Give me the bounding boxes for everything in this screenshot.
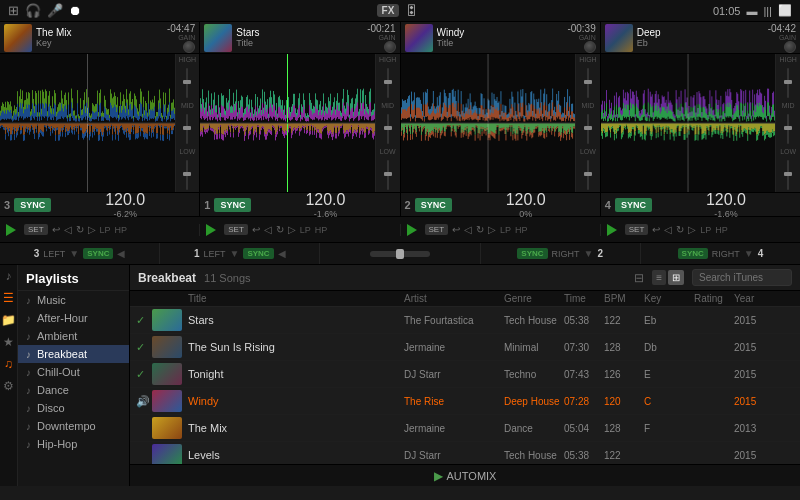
deck-2-back-icon[interactable]: ↩ [452,224,460,235]
table-row[interactable]: ✓ Stars The Fourtastica Tech House 05:38… [130,307,800,334]
sidebar-item-disco[interactable]: ♪ Disco [18,399,129,417]
battery-icon: ▬ [746,5,757,17]
mic-icon[interactable]: 🎤 [47,3,63,18]
table-row-playing[interactable]: 🔊 Windy The Rise Deep House 07:28 120 C … [130,388,800,415]
sidebar-item-dance[interactable]: ♪ Dance [18,381,129,399]
filter-icon[interactable]: ⊟ [634,271,644,285]
star-icon[interactable]: ★ [3,335,14,349]
row-6-title: Levels [188,449,404,461]
sidebar-item-chill-out[interactable]: ♪ Chill-Out [18,363,129,381]
table-row[interactable]: ✓ The Sun Is Rising Jermaine Minimal 07:… [130,334,800,361]
deck-3-gain-knob[interactable] [183,41,195,53]
deck-4-next-icon[interactable]: ▷ [688,224,696,235]
deck-3-sync-btn[interactable]: SYNC [14,198,51,212]
col-key[interactable]: Key [644,293,694,304]
deck-2-loop-icon[interactable]: ↻ [476,224,484,235]
col-rating[interactable]: Rating [694,293,734,304]
table-row[interactable]: ✓ Tonight DJ Starr Techno 07:43 126 E 20… [130,361,800,388]
deck-2-sync-btn[interactable]: SYNC [415,198,452,212]
window-icon[interactable]: ⬜ [778,4,792,17]
sidebar-icon-bar: ♪ ☰ 📁 ★ ♫ ⚙ [0,265,18,486]
deck-3-cue-icon[interactable]: ◁ [64,224,72,235]
record-icon[interactable]: ⏺ [69,3,82,18]
deck-1-play-btn[interactable] [206,224,216,236]
deck-4-play-btn[interactable] [607,224,617,236]
sidebar-item-breakbeat[interactable]: ♪ Breakbeat [18,345,129,363]
fx-badge[interactable]: FX [377,4,400,17]
deck-3-low-slider[interactable] [186,160,188,190]
col-time[interactable]: Time [564,293,604,304]
channel-1-dir: LEFT [204,249,226,259]
folder-icon[interactable]: 📁 [1,313,16,327]
deck-1-loop-icon[interactable]: ↻ [276,224,284,235]
channel-4-sync[interactable]: SYNC [678,248,708,259]
deck-1-cue-icon[interactable]: ◁ [264,224,272,235]
deck-3-set-btn[interactable]: SET [24,224,48,235]
list-view-btn[interactable]: ≡ [652,270,666,285]
deck-3-offset: -6.2% [55,209,195,219]
deck-1-back-icon[interactable]: ↩ [252,224,260,235]
deck-1-time: -00:21 [367,23,395,34]
deck-4-low-slider[interactable] [787,160,789,190]
sidebar-item-ambient[interactable]: ♪ Ambient [18,327,129,345]
deck-1-high-slider[interactable] [387,68,389,98]
deck-2-play-btn[interactable] [407,224,417,236]
grid-view-btn[interactable]: ⊞ [668,270,684,285]
sidebar-item-hip-hop[interactable]: ♪ Hip-Hop [18,435,129,453]
deck-4-loop-icon[interactable]: ↻ [676,224,684,235]
deck-4-cue-icon[interactable]: ◁ [664,224,672,235]
col-title[interactable]: Title [188,293,404,304]
deck-1-gain-label: GAIN [378,34,395,41]
deck-2-set-btn[interactable]: SET [425,224,449,235]
deck-4-gain-knob[interactable] [784,41,796,53]
row-5-key: F [644,423,694,434]
sidebar-item-downtempo[interactable]: ♪ Downtempo [18,417,129,435]
deck-3-loop-icon[interactable]: ↻ [76,224,84,235]
col-genre[interactable]: Genre [504,293,564,304]
deck-2-mid-slider[interactable] [587,114,589,144]
deck-1-set-btn[interactable]: SET [224,224,248,235]
deck-2-high-slider[interactable] [587,68,589,98]
fx-secondary-icon[interactable]: 🎛 [405,3,418,18]
col-bpm[interactable]: BPM [604,293,644,304]
channel-1-sync[interactable]: SYNC [243,248,273,259]
search-input[interactable] [692,269,792,286]
channel-3-sync[interactable]: SYNC [83,248,113,259]
deck-4-mid-slider[interactable] [787,114,789,144]
library-icon[interactable]: ♪ [6,269,12,283]
col-artist[interactable]: Artist [404,293,504,304]
deck-1-next-icon[interactable]: ▷ [288,224,296,235]
deck-3-mid-slider[interactable] [186,114,188,144]
itunes-icon[interactable]: ♫ [4,357,13,371]
deck-4-high-slider[interactable] [787,68,789,98]
deck-4-set-btn[interactable]: SET [625,224,649,235]
deck-3-next-icon[interactable]: ▷ [88,224,96,235]
settings-icon[interactable]: ⚙ [3,379,14,393]
table-row[interactable]: The Mix Jermaine Dance 05:04 128 F 2013 [130,415,800,442]
deck-1-gain-knob[interactable] [384,41,396,53]
channel-2-sync[interactable]: SYNC [517,248,547,259]
deck-1-sync-btn[interactable]: SYNC [214,198,251,212]
grid-icon[interactable]: ⊞ [8,3,19,18]
deck-2-next-icon[interactable]: ▷ [488,224,496,235]
deck-2-gain-knob[interactable] [584,41,596,53]
deck-2-low-slider[interactable] [587,160,589,190]
deck-3-back-icon[interactable]: ↩ [52,224,60,235]
deck-3-play-btn[interactable] [6,224,16,236]
deck-4-sync-btn[interactable]: SYNC [615,198,652,212]
deck-4-back-icon[interactable]: ↩ [652,224,660,235]
sidebar-item-after-hour[interactable]: ♪ After-Hour [18,309,129,327]
deck-2-cue-icon[interactable]: ◁ [464,224,472,235]
deck-4-waveform [601,54,776,192]
deck-1-mid-slider[interactable] [387,114,389,144]
playlist-icon[interactable]: ☰ [3,291,14,305]
deck-3-high-slider[interactable] [186,68,188,98]
channel-1: 1 LEFT ▼ SYNC ◀ [160,243,320,264]
table-row[interactable]: Levels DJ Starr Tech House 05:38 122 201… [130,442,800,464]
crossfader[interactable] [370,251,430,257]
deck-1-low-slider[interactable] [387,160,389,190]
automix-button[interactable]: ▶ AUTOMIX [434,469,497,483]
headphones-icon[interactable]: 🎧 [25,3,41,18]
col-year[interactable]: Year [734,293,794,304]
sidebar-item-music[interactable]: ♪ Music [18,291,129,309]
